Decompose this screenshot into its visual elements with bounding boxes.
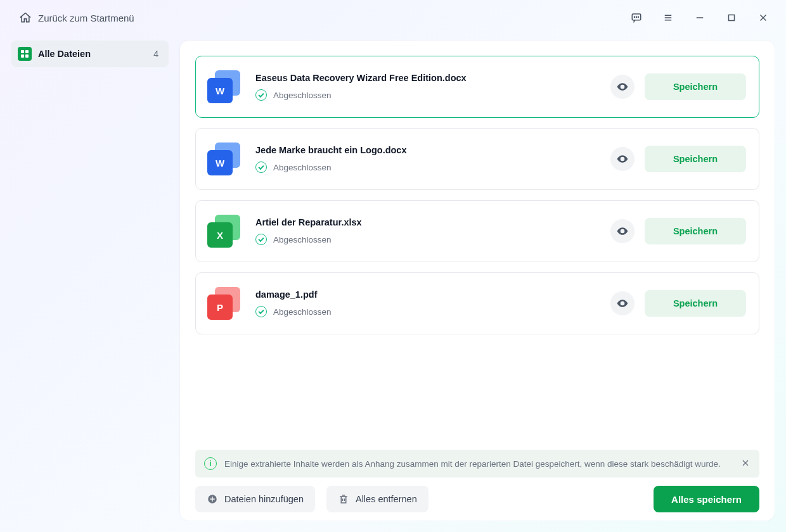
maximize-icon: [726, 12, 737, 23]
save-label: Speichern: [673, 298, 718, 308]
plus-circle-icon: [207, 493, 218, 505]
preview-button[interactable]: [610, 291, 635, 315]
save-button[interactable]: Speichern: [645, 146, 746, 172]
info-icon: i: [204, 457, 217, 470]
sidebar-item-all-files[interactable]: Alle Dateien 4: [11, 41, 169, 67]
preview-button[interactable]: [610, 219, 635, 243]
grid-icon: [18, 47, 32, 61]
save-all-button[interactable]: Alles speichern: [654, 486, 759, 512]
file-name: damage_1.pdf: [255, 289, 595, 300]
preview-button[interactable]: [610, 147, 635, 171]
add-files-button[interactable]: Dateien hinzufügen: [195, 486, 315, 512]
svg-rect-8: [729, 15, 735, 21]
check-icon: [255, 162, 267, 173]
home-button[interactable]: Zurück zum Startmenü: [19, 11, 134, 24]
close-icon: [757, 12, 769, 23]
save-label: Speichern: [673, 154, 718, 164]
minimize-icon: [694, 12, 705, 23]
close-window-button[interactable]: [754, 9, 772, 27]
save-button[interactable]: Speichern: [645, 290, 746, 317]
minimize-button[interactable]: [691, 9, 709, 27]
file-status: Abgeschlossen: [255, 89, 595, 101]
home-icon: [19, 11, 32, 24]
eye-icon: [616, 225, 629, 238]
info-close-button[interactable]: [740, 458, 751, 470]
trash-icon: [338, 493, 349, 505]
remove-all-button[interactable]: Alles entfernen: [326, 486, 428, 512]
svg-point-1: [634, 16, 635, 17]
file-card[interactable]: XArtiel der Reparatur.xlsxAbgeschlossenS…: [195, 200, 759, 262]
check-icon: [255, 234, 267, 245]
check-icon: [255, 306, 267, 317]
file-type-pdf-icon: P: [207, 287, 240, 320]
save-label: Speichern: [673, 226, 718, 236]
sidebar-item-count: 4: [153, 49, 158, 59]
svg-point-3: [638, 16, 638, 17]
file-type-docx-icon: W: [207, 70, 240, 103]
file-card[interactable]: WEaseus Data Recovery Wizard Free Editio…: [195, 56, 759, 118]
eye-icon: [616, 297, 629, 310]
feedback-button[interactable]: [628, 9, 645, 27]
svg-rect-17: [341, 497, 346, 503]
svg-point-2: [636, 16, 636, 17]
file-type-docx-icon: W: [207, 142, 240, 175]
save-label: Speichern: [673, 82, 718, 92]
file-name: Artiel der Reparatur.xlsx: [255, 217, 595, 227]
menu-icon: [662, 12, 674, 23]
content-panel: WEaseus Data Recovery Wizard Free Editio…: [180, 41, 775, 521]
maximize-button[interactable]: [723, 9, 740, 27]
file-card[interactable]: WJede Marke braucht ein Logo.docxAbgesch…: [195, 128, 759, 190]
file-card[interactable]: Pdamage_1.pdfAbgeschlossenSpeichern: [195, 272, 759, 334]
sidebar: Alle Dateien 4: [11, 41, 169, 521]
file-name: Easeus Data Recovery Wizard Free Edition…: [255, 73, 595, 83]
sidebar-item-label: Alle Dateien: [38, 49, 91, 59]
file-status: Abgeschlossen: [255, 234, 595, 245]
remove-all-label: Alles entfernen: [356, 494, 417, 504]
save-all-label: Alles speichern: [671, 494, 742, 505]
add-files-label: Dateien hinzufügen: [224, 494, 304, 504]
close-icon: [740, 458, 751, 468]
file-list: WEaseus Data Recovery Wizard Free Editio…: [180, 41, 775, 450]
file-name: Jede Marke braucht ein Logo.docx: [255, 145, 595, 155]
check-icon: [255, 89, 267, 101]
preview-button[interactable]: [610, 75, 635, 99]
file-type-xlsx-icon: X: [207, 215, 240, 248]
save-button[interactable]: Speichern: [645, 218, 746, 244]
file-status: Abgeschlossen: [255, 306, 595, 317]
eye-icon: [616, 80, 629, 93]
save-button[interactable]: Speichern: [645, 73, 746, 100]
speech-bubble-icon: [631, 12, 642, 23]
info-banner: i Einige extrahierte Inhalte werden als …: [195, 450, 759, 478]
eye-icon: [616, 153, 629, 165]
titlebar: Zurück zum Startmenü: [0, 0, 786, 35]
info-text: Einige extrahierte Inhalte werden als An…: [224, 459, 721, 469]
menu-button[interactable]: [659, 9, 677, 27]
file-status: Abgeschlossen: [255, 162, 595, 173]
home-label: Zurück zum Startmenü: [38, 13, 134, 23]
